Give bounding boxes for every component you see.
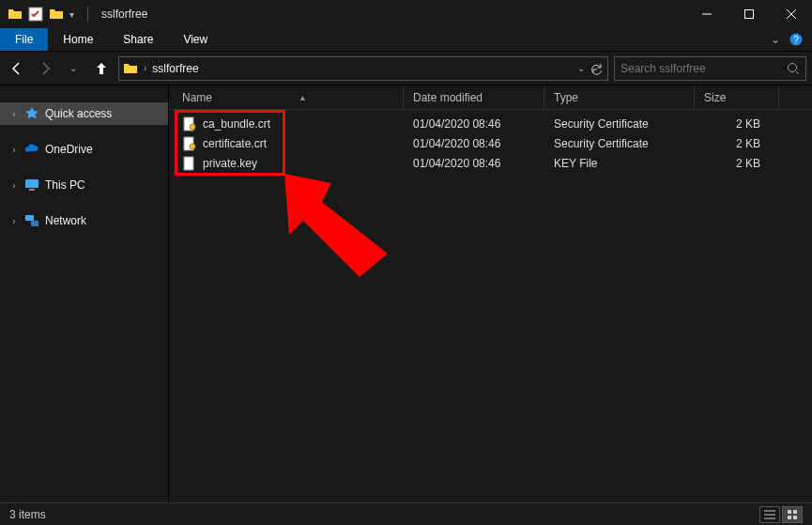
folder-icon bbox=[49, 7, 64, 22]
recent-dropdown-icon[interactable]: ⌄ bbox=[62, 57, 84, 80]
file-name: ca_bundle.crt bbox=[203, 117, 270, 131]
chevron-right-icon[interactable]: › bbox=[9, 145, 19, 155]
up-button[interactable] bbox=[90, 57, 113, 80]
tab-file[interactable]: File bbox=[0, 28, 48, 51]
status-item-count: 3 items bbox=[9, 508, 46, 521]
svg-rect-17 bbox=[788, 516, 791, 519]
file-size: 2 KB bbox=[695, 157, 779, 170]
window-title: sslforfree bbox=[101, 8, 147, 21]
titlebar-quick-access: ▾ sslforfree bbox=[0, 7, 147, 22]
sidebar-item-this-pc[interactable]: › This PC bbox=[0, 174, 168, 196]
titlebar: ▾ sslforfree bbox=[0, 0, 812, 28]
file-row[interactable]: certificate.crt01/04/2020 08:46Security … bbox=[169, 133, 812, 153]
sidebar-item-quick-access[interactable]: › Quick access bbox=[0, 102, 168, 125]
file-row[interactable]: private.key01/04/2020 08:46KEY File2 KB bbox=[169, 153, 812, 173]
file-icon bbox=[182, 156, 197, 171]
maximize-button[interactable] bbox=[728, 0, 770, 28]
svg-rect-16 bbox=[793, 510, 797, 514]
svg-rect-13 bbox=[184, 157, 193, 170]
content-pane: Name▲ Date modified Type Size ca_bundle.… bbox=[169, 85, 812, 502]
sidebar-item-label: This PC bbox=[45, 178, 85, 192]
star-icon bbox=[24, 106, 39, 121]
refresh-icon[interactable] bbox=[590, 62, 604, 75]
svg-text:?: ? bbox=[793, 35, 799, 45]
expand-ribbon-icon[interactable]: ⌄ bbox=[771, 33, 780, 46]
monitor-icon bbox=[24, 178, 39, 193]
file-date: 01/04/2020 08:46 bbox=[404, 137, 544, 150]
file-type: Security Certificate bbox=[544, 137, 695, 150]
search-icon[interactable] bbox=[787, 62, 800, 75]
chevron-right-icon[interactable]: › bbox=[9, 180, 19, 191]
tab-view[interactable]: View bbox=[168, 28, 222, 51]
search-box[interactable] bbox=[614, 56, 806, 81]
column-type[interactable]: Type bbox=[544, 85, 695, 109]
view-icons-button[interactable] bbox=[782, 506, 803, 523]
svg-rect-1 bbox=[744, 10, 753, 19]
file-name: certificate.crt bbox=[203, 137, 267, 150]
chevron-right-icon[interactable]: › bbox=[9, 216, 19, 226]
folder-icon bbox=[123, 61, 138, 76]
svg-point-12 bbox=[190, 144, 195, 149]
forward-button[interactable] bbox=[34, 57, 56, 80]
address-bar[interactable]: › sslforfree ⌄ bbox=[118, 56, 608, 81]
close-button[interactable] bbox=[770, 0, 812, 28]
svg-point-10 bbox=[190, 124, 195, 130]
svg-rect-6 bbox=[29, 189, 35, 191]
column-size[interactable]: Size bbox=[695, 85, 779, 109]
back-button[interactable] bbox=[6, 57, 28, 80]
sidebar-item-label: OneDrive bbox=[45, 143, 93, 156]
network-icon bbox=[24, 213, 39, 228]
sidebar-item-label: Quick access bbox=[45, 107, 112, 120]
svg-rect-8 bbox=[31, 221, 38, 226]
body: › Quick access › OneDrive › This PC › Ne… bbox=[0, 85, 812, 502]
ribbon: File Home Share View ⌄ ? bbox=[0, 28, 812, 52]
file-type: KEY File bbox=[544, 157, 695, 170]
svg-rect-5 bbox=[25, 179, 38, 188]
folder-icon bbox=[8, 7, 23, 22]
navbar: ⌄ › sslforfree ⌄ bbox=[0, 52, 812, 85]
annotation-arrow bbox=[280, 169, 392, 282]
column-headers: Name▲ Date modified Type Size bbox=[169, 85, 812, 110]
sidebar-item-network[interactable]: › Network bbox=[0, 209, 168, 232]
history-dropdown-icon[interactable]: ⌄ bbox=[577, 63, 585, 73]
sidebar-item-label: Network bbox=[45, 214, 86, 227]
svg-rect-7 bbox=[25, 215, 34, 221]
view-details-button[interactable] bbox=[759, 506, 780, 523]
breadcrumb[interactable]: sslforfree bbox=[152, 62, 198, 75]
column-date[interactable]: Date modified bbox=[404, 85, 544, 109]
file-size: 2 KB bbox=[695, 137, 779, 150]
sort-asc-icon: ▲ bbox=[212, 93, 393, 102]
svg-marker-14 bbox=[284, 174, 388, 277]
file-icon bbox=[182, 136, 197, 151]
file-row[interactable]: ca_bundle.crt01/04/2020 08:46Security Ce… bbox=[169, 114, 812, 133]
file-type: Security Certificate bbox=[544, 117, 695, 131]
checklist-icon bbox=[28, 7, 43, 22]
qa-dropdown-icon[interactable]: ▾ bbox=[69, 9, 74, 20]
tab-home[interactable]: Home bbox=[48, 28, 108, 51]
file-icon bbox=[182, 116, 197, 131]
file-date: 01/04/2020 08:46 bbox=[404, 157, 544, 170]
file-name: private.key bbox=[203, 157, 257, 170]
chevron-right-icon[interactable]: › bbox=[144, 63, 146, 73]
help-icon[interactable]: ? bbox=[789, 33, 803, 46]
file-date: 01/04/2020 08:46 bbox=[404, 117, 544, 131]
column-name[interactable]: Name▲ bbox=[169, 85, 404, 109]
statusbar: 3 items bbox=[0, 502, 812, 525]
tab-share[interactable]: Share bbox=[108, 28, 168, 51]
sidebar-item-onedrive[interactable]: › OneDrive bbox=[0, 138, 168, 161]
search-input[interactable] bbox=[620, 62, 787, 75]
file-size: 2 KB bbox=[695, 117, 779, 131]
sidebar: › Quick access › OneDrive › This PC › Ne… bbox=[0, 85, 169, 502]
file-list: ca_bundle.crt01/04/2020 08:46Security Ce… bbox=[169, 110, 812, 173]
svg-rect-18 bbox=[793, 516, 797, 519]
svg-rect-15 bbox=[788, 510, 791, 514]
chevron-right-icon[interactable]: › bbox=[9, 109, 19, 119]
svg-point-4 bbox=[789, 63, 797, 71]
cloud-icon bbox=[24, 142, 39, 157]
minimize-button[interactable] bbox=[685, 0, 728, 28]
